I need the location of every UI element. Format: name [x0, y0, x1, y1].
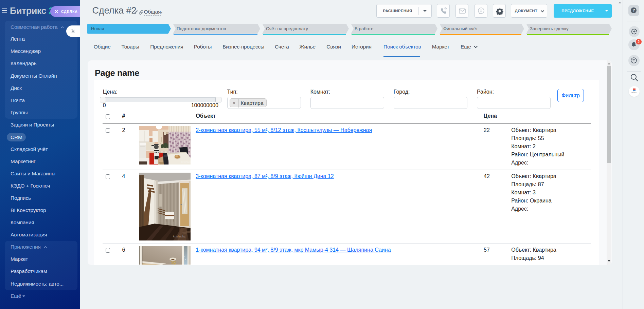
- svg-text:krisha.kz: krisha.kz: [181, 160, 191, 163]
- svg-text:krisha.kz: krisha.kz: [173, 234, 186, 238]
